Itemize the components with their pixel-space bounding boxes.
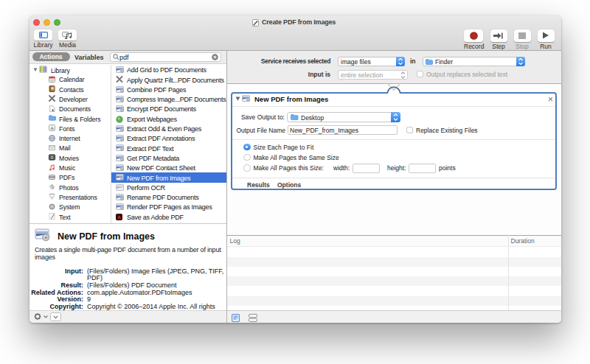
svg-text:A: A [49, 125, 53, 131]
svg-text:A: A [117, 214, 121, 219]
svg-text:PDF: PDF [49, 175, 55, 179]
